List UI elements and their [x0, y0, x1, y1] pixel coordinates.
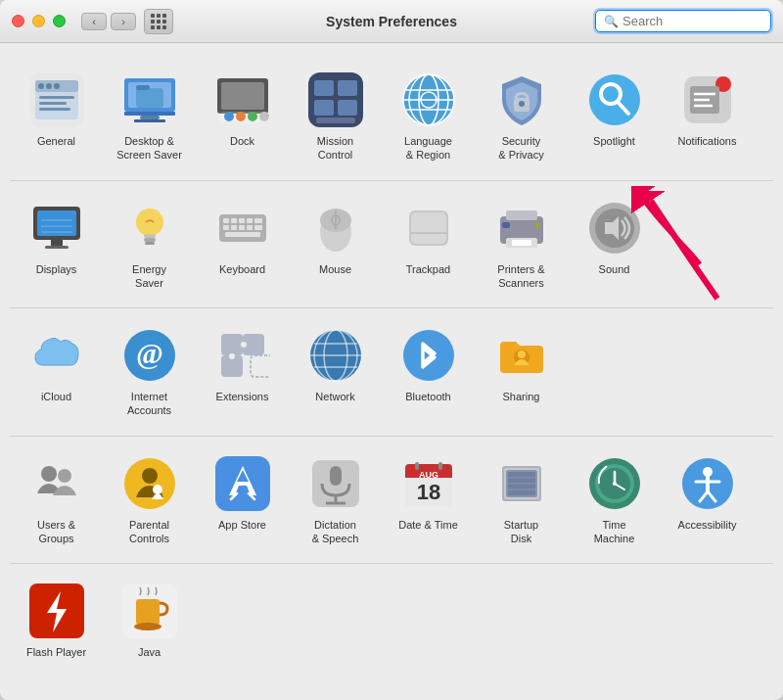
- svg-rect-95: [251, 355, 270, 377]
- svg-rect-26: [338, 80, 357, 96]
- svg-point-106: [58, 469, 71, 483]
- bluetooth-label: Bluetooth: [405, 390, 450, 403]
- spotlight-icon: [585, 70, 644, 129]
- pref-bluetooth[interactable]: Bluetooth: [382, 318, 475, 426]
- spotlight-label: Spotlight: [593, 134, 635, 148]
- language-region-label: Language& Region: [404, 134, 452, 163]
- pref-language-region[interactable]: Language& Region: [382, 63, 475, 170]
- pref-general[interactable]: General: [10, 63, 103, 170]
- svg-rect-83: [512, 240, 531, 246]
- search-input[interactable]: [622, 14, 762, 28]
- pref-app-store[interactable]: App Store: [196, 446, 289, 554]
- svg-rect-12: [136, 88, 163, 108]
- minimize-button[interactable]: [32, 15, 45, 27]
- svg-rect-67: [223, 225, 229, 230]
- svg-rect-51: [51, 240, 63, 246]
- pref-network[interactable]: Network: [289, 318, 382, 426]
- search-box[interactable]: 🔍: [595, 10, 771, 32]
- pref-printers-scanners[interactable]: Printers &Scanners: [475, 191, 568, 299]
- startup-disk-label: StartupDisk: [504, 518, 538, 546]
- nav-buttons: ‹ ›: [81, 13, 136, 30]
- svg-rect-78: [411, 212, 446, 244]
- trackpad-label: Trackpad: [406, 262, 450, 276]
- network-label: Network: [315, 390, 354, 403]
- pref-mission-control[interactable]: MissionControl: [289, 63, 382, 170]
- close-button[interactable]: [12, 15, 24, 27]
- app-store-icon: [213, 454, 272, 513]
- forward-button[interactable]: ›: [111, 13, 136, 30]
- svg-text:@: @: [136, 337, 163, 369]
- svg-point-22: [248, 112, 257, 121]
- pref-notifications[interactable]: Notifications: [661, 63, 754, 170]
- pref-sound[interactable]: Sound: [568, 191, 661, 299]
- sharing-icon: [492, 326, 551, 385]
- pref-accessibility[interactable]: Accessibility: [661, 446, 754, 554]
- svg-rect-15: [140, 116, 160, 119]
- printers-scanners-icon: [492, 199, 551, 257]
- security-privacy-label: Security& Privacy: [498, 134, 543, 163]
- svg-rect-25: [314, 80, 334, 96]
- internet-accounts-label: InternetAccounts: [127, 390, 171, 418]
- svg-point-102: [403, 330, 454, 381]
- pref-energy-saver[interactable]: EnergySaver: [103, 191, 196, 299]
- svg-rect-9: [39, 108, 70, 111]
- maximize-button[interactable]: [53, 15, 66, 27]
- energy-saver-label: EnergySaver: [132, 262, 166, 291]
- pref-keyboard[interactable]: Keyboard: [196, 191, 289, 299]
- svg-rect-7: [39, 96, 74, 99]
- svg-rect-84: [502, 222, 510, 228]
- svg-point-105: [41, 466, 57, 482]
- svg-point-39: [519, 101, 525, 107]
- pref-extensions[interactable]: Extensions: [196, 318, 289, 426]
- printers-scanners-label: Printers &Scanners: [497, 262, 544, 291]
- svg-point-5: [46, 83, 52, 89]
- back-button[interactable]: ‹: [81, 13, 107, 30]
- desktop-icon: [120, 70, 179, 129]
- svg-point-108: [142, 468, 158, 484]
- sound-label: Sound: [599, 262, 630, 276]
- pref-parental-controls[interactable]: ParentalControls: [103, 446, 196, 554]
- app-store-label: App Store: [218, 518, 266, 532]
- keyboard-label: Keyboard: [219, 262, 265, 276]
- svg-rect-81: [506, 210, 537, 220]
- flash-player-label: Flash Player: [26, 645, 86, 659]
- pref-dictation-speech[interactable]: Dictation& Speech: [289, 446, 382, 554]
- svg-rect-63: [231, 218, 237, 223]
- pref-flash-player[interactable]: Flash Player: [10, 574, 103, 667]
- svg-rect-18: [221, 82, 264, 110]
- dictation-speech-label: Dictation& Speech: [312, 518, 359, 546]
- extensions-icon: [213, 326, 272, 385]
- pref-users-groups[interactable]: Users &Groups: [10, 446, 103, 554]
- pref-security-privacy[interactable]: Security& Privacy: [475, 63, 568, 170]
- svg-rect-93: [241, 342, 247, 348]
- pref-trackpad[interactable]: Trackpad: [382, 191, 475, 299]
- pref-mouse[interactable]: Mouse: [289, 191, 382, 299]
- system-preferences-window: ‹ › System Preferences 🔍: [0, 0, 783, 700]
- pref-startup-disk[interactable]: StartupDisk: [475, 446, 568, 554]
- svg-rect-13: [136, 85, 150, 90]
- network-icon: [306, 326, 365, 385]
- pref-icloud[interactable]: iCloud: [10, 318, 103, 426]
- svg-rect-69: [239, 225, 245, 230]
- svg-point-23: [259, 112, 269, 121]
- svg-rect-16: [134, 119, 165, 122]
- svg-rect-72: [225, 232, 260, 237]
- pref-displays[interactable]: Displays: [10, 191, 103, 299]
- svg-rect-71: [254, 225, 262, 230]
- svg-rect-58: [144, 238, 156, 242]
- traffic-lights: [12, 15, 66, 27]
- pref-dock[interactable]: Dock: [196, 63, 289, 170]
- pref-spotlight[interactable]: Spotlight: [568, 63, 661, 170]
- pref-date-time[interactable]: AUG 18 Date & Time: [382, 446, 475, 554]
- pref-desktop-screensaver[interactable]: Desktop &Screen Saver: [103, 63, 196, 170]
- pref-java[interactable]: Java: [103, 574, 196, 667]
- pref-internet-accounts[interactable]: @ InternetAccounts: [103, 318, 196, 426]
- time-machine-label: TimeMachine: [594, 518, 635, 546]
- show-all-button[interactable]: [144, 9, 173, 34]
- pref-time-machine[interactable]: TimeMachine: [568, 446, 661, 554]
- svg-rect-27: [314, 100, 334, 116]
- svg-rect-112: [330, 466, 342, 486]
- section-personal: General Desktop &Screen Sa: [10, 53, 773, 181]
- pref-sharing[interactable]: Sharing: [475, 318, 568, 426]
- parental-controls-icon: [120, 454, 179, 513]
